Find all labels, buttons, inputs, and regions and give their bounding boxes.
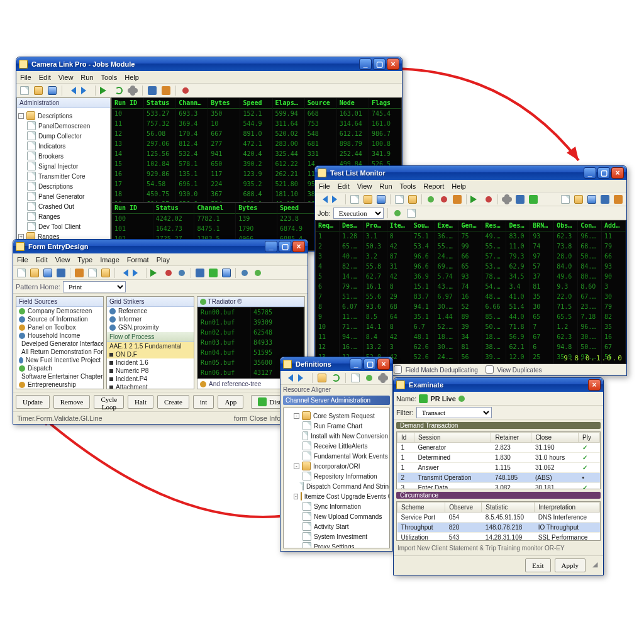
toolbar-add-icon[interactable] bbox=[425, 194, 436, 205]
close-button[interactable]: × bbox=[387, 58, 399, 70]
toolbar-grid-icon[interactable] bbox=[208, 267, 219, 279]
toolbar-cut-icon[interactable] bbox=[74, 267, 85, 279]
toolbar-save-icon[interactable] bbox=[42, 267, 53, 279]
toolbar-undo-icon[interactable] bbox=[118, 267, 130, 279]
toolbar-settings-icon[interactable] bbox=[377, 372, 389, 384]
toolbar-run-icon[interactable] bbox=[470, 194, 481, 205]
minimize-button[interactable]: _ bbox=[265, 241, 277, 252]
field-sources-list[interactable]: Company DemoscreenSource of InformationP… bbox=[16, 307, 103, 389]
update-button[interactable]: Update bbox=[16, 395, 50, 409]
menu-file[interactable]: File bbox=[17, 256, 28, 264]
footer-checkbox-2[interactable]: Field Match Deduplicating bbox=[391, 364, 478, 375]
nav-fwd-icon[interactable] bbox=[297, 372, 308, 384]
menu-view[interactable]: View bbox=[55, 256, 70, 264]
toolbar-refresh-icon[interactable] bbox=[113, 85, 125, 96]
toolbar-run-icon[interactable] bbox=[150, 267, 161, 279]
toolbar-add-icon[interactable] bbox=[364, 372, 375, 384]
titlebar[interactable]: Definitions _ ▢ × bbox=[280, 357, 392, 371]
toolbar-view2-icon[interactable] bbox=[573, 194, 584, 205]
grid-strikers-list[interactable]: ReferenceInformerGSN.proximity bbox=[107, 307, 194, 332]
menu-help[interactable]: Help bbox=[125, 74, 139, 81]
menu-help[interactable]: Help bbox=[452, 182, 466, 190]
halt-button[interactable]: Halt bbox=[128, 395, 153, 409]
circumstance-table[interactable]: SchemeObserveStatisticInterpretationServ… bbox=[397, 502, 600, 541]
maximize-button[interactable]: ▢ bbox=[364, 358, 376, 370]
int-button[interactable]: int bbox=[193, 395, 214, 409]
resize-grip-icon[interactable]: ◢ bbox=[589, 558, 601, 570]
toolbar-align-icon[interactable] bbox=[194, 267, 206, 279]
project-tree[interactable]: -DescriptionsPanelDemoscreenDump Collect… bbox=[17, 108, 110, 250]
definitions-bar[interactable]: Channel Server Administration bbox=[283, 396, 390, 405]
toolbar-copy-icon[interactable] bbox=[87, 267, 98, 279]
flow-row-selected[interactable]: AAE.1 2 1.5 Fundamental bbox=[107, 342, 194, 350]
toolbar-save-icon[interactable] bbox=[375, 194, 387, 205]
toolbar-zoomout-icon[interactable] bbox=[239, 267, 250, 279]
toolbar-export-icon[interactable] bbox=[528, 194, 539, 205]
toolbar-new-icon[interactable] bbox=[16, 267, 27, 279]
toolbar-help-icon[interactable] bbox=[613, 194, 624, 205]
filter-dropdown[interactable]: Transact bbox=[416, 407, 492, 418]
toolbar-redo-icon[interactable] bbox=[131, 267, 143, 279]
nav-fwd-icon[interactable] bbox=[331, 194, 342, 205]
nav-back-icon[interactable] bbox=[318, 194, 329, 205]
maximize-button[interactable]: ▢ bbox=[373, 58, 386, 70]
toolbar-paste-icon[interactable] bbox=[407, 194, 418, 205]
close-button[interactable]: × bbox=[611, 167, 624, 179]
footer-checkbox-3[interactable]: View Duplicates bbox=[483, 364, 542, 375]
titlebar[interactable]: Form EntryDesign _ ▢ × bbox=[13, 240, 308, 253]
toolbar-print-icon[interactable] bbox=[55, 267, 67, 279]
toolbar-edit-icon[interactable] bbox=[452, 194, 463, 205]
toolbar-config-icon[interactable] bbox=[501, 194, 513, 205]
name-dropdown[interactable]: Print bbox=[63, 281, 126, 292]
menu-report[interactable]: Report bbox=[423, 182, 444, 190]
toolbar-settings-icon[interactable] bbox=[127, 85, 138, 96]
filter-apply-icon[interactable] bbox=[392, 208, 403, 219]
menu-type[interactable]: Type bbox=[77, 256, 92, 264]
menu-edit[interactable]: Edit bbox=[39, 74, 51, 81]
toolbar-record-icon[interactable] bbox=[163, 267, 174, 279]
exit-button[interactable]: Exit bbox=[525, 558, 550, 572]
toolbar-pause-icon[interactable] bbox=[176, 267, 187, 279]
maximize-button[interactable]: ▢ bbox=[279, 241, 291, 252]
menu-format[interactable]: Format bbox=[127, 256, 149, 264]
toolbar-fwd-icon[interactable] bbox=[80, 85, 91, 96]
toolbar-run-icon[interactable] bbox=[99, 85, 111, 96]
create-button[interactable]: Create bbox=[157, 395, 189, 409]
menu-view[interactable]: View bbox=[58, 74, 74, 81]
toolbar-sort-icon[interactable] bbox=[514, 194, 526, 205]
maximize-button[interactable]: ▢ bbox=[597, 167, 610, 179]
toolbar-open-icon[interactable] bbox=[33, 85, 44, 96]
toolbar-zoomin-icon[interactable] bbox=[252, 267, 264, 279]
toolbar-remove-icon[interactable] bbox=[438, 194, 450, 205]
menu-file[interactable]: File bbox=[20, 74, 31, 81]
toolbar-copy-icon[interactable] bbox=[394, 194, 405, 205]
toolbar-home-icon[interactable] bbox=[316, 372, 328, 384]
titlebar[interactable]: Camera Link Pro - Jobs Module _ ▢ × bbox=[16, 57, 402, 71]
menu-edit[interactable]: Edit bbox=[36, 256, 48, 264]
menu-run[interactable]: Run bbox=[379, 182, 392, 190]
titlebar[interactable]: Test List Monitor _ ▢ × bbox=[315, 166, 626, 180]
toolbar-new-icon[interactable] bbox=[349, 194, 360, 205]
toolbar-open-icon[interactable] bbox=[362, 194, 374, 205]
toolbar-grid-icon[interactable] bbox=[147, 85, 158, 96]
flow-process-list[interactable]: ON D.FIncident 1.6Numeric P8Incident.P4A… bbox=[107, 350, 194, 389]
toolbar-back-icon[interactable] bbox=[66, 85, 77, 96]
menu-tools[interactable]: Tools bbox=[101, 74, 118, 81]
close-button[interactable]: × bbox=[377, 358, 390, 370]
menu-edit[interactable]: Edit bbox=[338, 182, 350, 190]
dropdown-job[interactable]: Execution bbox=[333, 208, 384, 219]
menu-play[interactable]: Play bbox=[157, 256, 170, 264]
minimize-button[interactable]: _ bbox=[350, 358, 362, 370]
toolbar-target-icon[interactable] bbox=[180, 85, 191, 96]
toolbar-chart-icon[interactable] bbox=[160, 85, 172, 96]
titlebar[interactable]: Examinate × bbox=[394, 378, 603, 392]
toolbar-list-icon[interactable] bbox=[350, 372, 361, 384]
toolbar-view1-icon[interactable] bbox=[560, 194, 571, 205]
toolbar-stop-icon[interactable] bbox=[483, 194, 494, 205]
definitions-tree[interactable]: -Core System RequestRun Frame ChartInsta… bbox=[283, 408, 390, 548]
toolbar-db-icon[interactable] bbox=[221, 267, 232, 279]
menu-tools[interactable]: Tools bbox=[400, 182, 416, 190]
menu-view[interactable]: View bbox=[357, 182, 372, 190]
close-button[interactable]: × bbox=[588, 379, 601, 391]
nav-back-icon[interactable] bbox=[283, 372, 294, 384]
